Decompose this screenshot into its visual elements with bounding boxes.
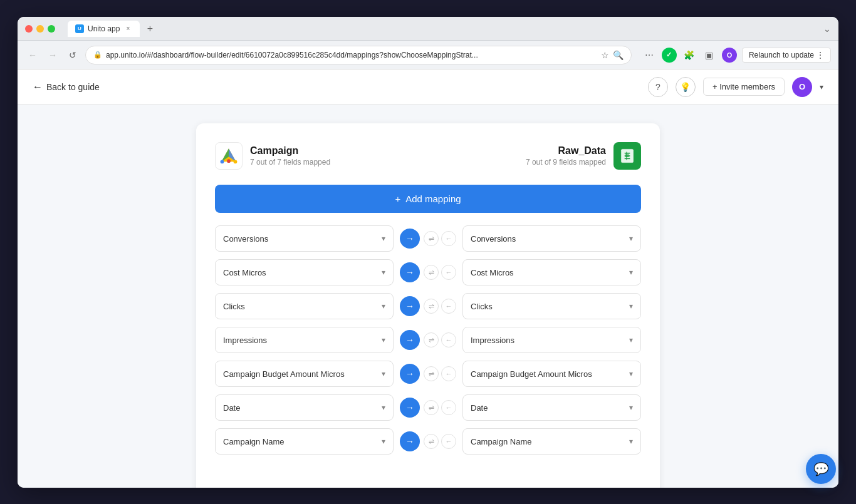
reload-btn[interactable]: ↺ [65, 48, 80, 63]
left-field-select-5[interactable]: Date ▾ [215, 394, 394, 421]
right-field-select-0[interactable]: Conversions ▾ [462, 225, 641, 252]
google-sheets-icon: ≡ [613, 142, 641, 170]
puzzle-icon[interactable]: 🧩 [682, 48, 697, 63]
right-field-select-5[interactable]: Date ▾ [462, 394, 641, 421]
back-nav-btn[interactable]: ← [25, 48, 40, 63]
profile-dropdown-icon[interactable]: ▾ [820, 83, 823, 91]
right-field-select-2[interactable]: Clicks ▾ [462, 293, 641, 319]
relaunch-btn[interactable]: Relaunch to update ⋮ [742, 48, 831, 63]
mapping-row: Clicks ▾ → ⇌ ← Clicks ▾ [215, 293, 641, 319]
right-field-caret-icon-0: ▾ [629, 234, 633, 243]
dir-switch-left-btn-3[interactable]: ⇌ [424, 332, 439, 347]
right-field-select-6[interactable]: Campaign Name ▾ [462, 428, 641, 455]
avatar-btn[interactable]: O [792, 77, 812, 97]
svg-point-4 [221, 160, 224, 163]
add-mapping-label: Add mapping [405, 193, 461, 204]
add-mapping-plus-icon: + [395, 193, 400, 204]
left-field-label-1: Cost Micros [223, 268, 266, 277]
left-field-caret-icon-5: ▾ [382, 403, 385, 412]
close-window-btn[interactable] [25, 25, 33, 33]
left-source: Campaign 7 out of 7 fields mapped [215, 142, 428, 170]
chat-icon: 💬 [813, 461, 829, 476]
help-btn[interactable]: ? [648, 77, 668, 97]
svg-point-3 [227, 159, 231, 163]
direction-arrow-btn-3[interactable]: → [400, 330, 420, 350]
left-field-caret-icon-3: ▾ [382, 336, 385, 344]
profile-ext-icon[interactable]: O [722, 48, 737, 63]
left-field-label-2: Clicks [223, 302, 245, 311]
relaunch-label: Relaunch to update [749, 51, 814, 59]
dir-switch-left-btn-1[interactable]: ⇌ [424, 265, 439, 280]
dir-switch-right-btn-0[interactable]: ← [441, 231, 456, 246]
minimize-window-btn[interactable] [36, 25, 44, 33]
right-source-info: Raw_Data 7 out of 9 fields mapped [526, 145, 606, 167]
left-field-select-2[interactable]: Clicks ▾ [215, 293, 394, 319]
right-field-select-1[interactable]: Cost Micros ▾ [462, 259, 641, 285]
back-to-guide-link[interactable]: ← Back to guide [33, 81, 100, 93]
invite-members-btn[interactable]: + Invite members [703, 78, 785, 96]
left-field-select-1[interactable]: Cost Micros ▾ [215, 259, 394, 285]
left-field-select-4[interactable]: Campaign Budget Amount Micros ▾ [215, 361, 394, 387]
right-field-caret-icon-5: ▾ [629, 403, 633, 412]
window-expand-btn[interactable]: ⌄ [823, 24, 831, 34]
right-field-caret-icon-2: ▾ [629, 302, 633, 311]
ext-green-icon[interactable]: ✓ [662, 48, 677, 63]
left-source-info: Campaign 7 out of 7 fields mapped [250, 145, 428, 167]
dir-switch-left-btn-2[interactable]: ⇌ [424, 299, 439, 314]
dir-switch-btns-4: ⇌ ← [424, 366, 456, 381]
tab-close-btn[interactable]: × [123, 24, 132, 33]
add-mapping-btn[interactable]: + Add mapping [215, 185, 641, 213]
lock-icon: 🔒 [93, 51, 102, 59]
left-field-select-6[interactable]: Campaign Name ▾ [215, 428, 394, 455]
browser-window: U Unito app × + ⌄ ← → ↺ 🔒 app.unito.io/#… [18, 17, 838, 488]
dir-switch-right-btn-2[interactable]: ← [441, 299, 456, 314]
dir-switch-right-btn-6[interactable]: ← [441, 434, 456, 449]
direction-arrow-btn-4[interactable]: → [400, 364, 420, 384]
right-field-label-2: Clicks [471, 302, 493, 311]
top-nav: ← Back to guide ? 💡 + Invite members O ▾ [18, 69, 838, 105]
chat-btn[interactable]: 💬 [806, 454, 836, 484]
dir-switch-right-btn-5[interactable]: ← [441, 400, 456, 415]
mapping-row: Date ▾ → ⇌ ← Date ▾ [215, 394, 641, 421]
forward-nav-btn[interactable]: → [45, 48, 60, 63]
dir-switch-right-btn-1[interactable]: ← [441, 265, 456, 280]
search-icon[interactable]: 🔍 [613, 50, 624, 60]
left-field-label-4: Campaign Budget Amount Micros [223, 369, 345, 379]
left-field-select-3[interactable]: Impressions ▾ [215, 327, 394, 353]
url-bar[interactable]: 🔒 app.unito.io/#/dashboard/flow-builder/… [85, 46, 632, 64]
browser-tab[interactable]: U Unito app × [68, 21, 140, 37]
dir-switch-left-btn-4[interactable]: ⇌ [424, 366, 439, 381]
new-tab-btn[interactable]: + [142, 21, 157, 36]
direction-arrow-btn-6[interactable]: → [400, 431, 420, 451]
direction-arrow-btn-0[interactable]: → [400, 229, 420, 249]
dir-switch-right-btn-4[interactable]: ← [441, 366, 456, 381]
maximize-window-btn[interactable] [48, 25, 55, 33]
extensions-icon[interactable]: ⋯ [642, 48, 657, 63]
right-field-label-3: Impressions [471, 336, 514, 345]
dir-switch-left-btn-0[interactable]: ⇌ [424, 231, 439, 246]
back-label: Back to guide [46, 82, 100, 92]
bookmark-icon[interactable]: ☆ [601, 50, 609, 60]
left-field-caret-icon-6: ▾ [382, 437, 385, 446]
direction-arrow-btn-2[interactable]: → [400, 296, 420, 316]
left-field-caret-icon-4: ▾ [382, 369, 385, 378]
dir-switch-right-btn-3[interactable]: ← [441, 332, 456, 347]
dir-switch-left-btn-6[interactable]: ⇌ [424, 434, 439, 449]
right-field-select-4[interactable]: Campaign Budget Amount Micros ▾ [462, 361, 641, 387]
right-field-select-3[interactable]: Impressions ▾ [462, 327, 641, 353]
dir-switch-btns-2: ⇌ ← [424, 299, 456, 314]
dir-switch-left-btn-5[interactable]: ⇌ [424, 400, 439, 415]
left-field-caret-icon-2: ▾ [382, 302, 385, 311]
right-field-label-6: Campaign Name [471, 437, 532, 446]
sidebar-toggle-icon[interactable]: ▣ [702, 48, 717, 63]
direction-arrow-btn-1[interactable]: → [400, 262, 420, 282]
left-field-label-0: Conversions [223, 234, 268, 244]
right-field-caret-icon-1: ▾ [629, 268, 633, 277]
svg-text:≡: ≡ [625, 151, 630, 160]
dir-switch-btns-1: ⇌ ← [424, 265, 456, 280]
tab-favicon: U [75, 24, 84, 33]
bulb-btn[interactable]: 💡 [676, 77, 696, 97]
back-arrow-icon: ← [33, 81, 43, 93]
left-field-select-0[interactable]: Conversions ▾ [215, 225, 394, 252]
direction-arrow-btn-5[interactable]: → [400, 398, 420, 418]
